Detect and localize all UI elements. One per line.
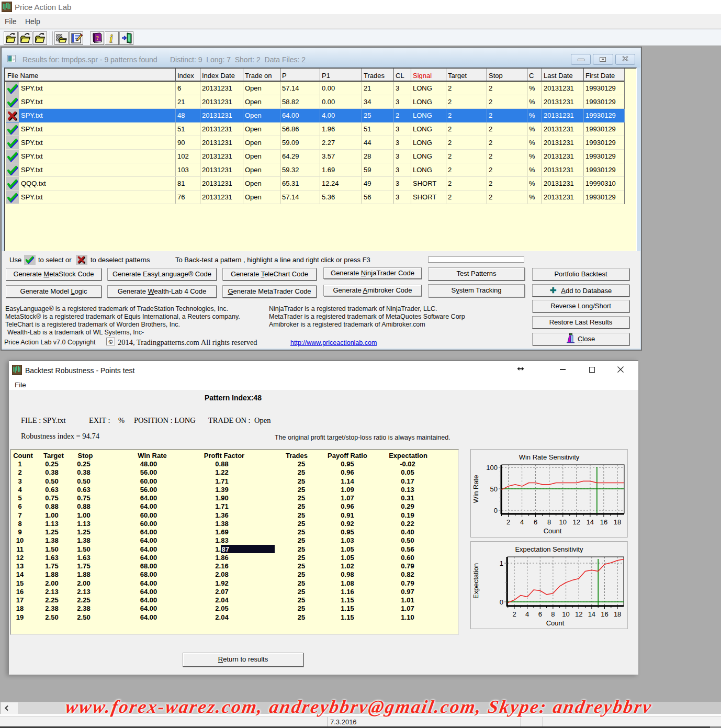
svg-text:i: i: [110, 32, 113, 44]
svg-text:?: ?: [96, 35, 99, 41]
